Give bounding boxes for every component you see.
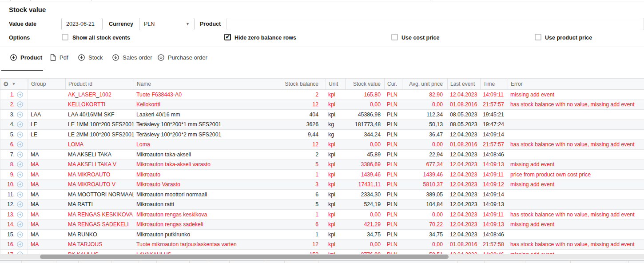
open-row-arrow-icon[interactable] xyxy=(17,191,23,198)
col-rate[interactable]: Rate xyxy=(209,261,229,263)
cell-row-number[interactable]: 13. xyxy=(0,210,28,219)
col-cur[interactable]: Cur. xyxy=(189,261,209,263)
cell-row-number[interactable]: 15. xyxy=(0,230,28,239)
checkbox-use-cost-price[interactable] xyxy=(391,34,398,40)
value-date-input[interactable] xyxy=(61,18,103,30)
table-row[interactable]: 13.MAMA RENGAS KESKIKOVAMikroauton renga… xyxy=(0,210,644,220)
col-used[interactable]: Used xyxy=(111,261,139,263)
table-row[interactable]: 9.MAMA MIKROAUTOMikroauto1kpl1439,46PLN1… xyxy=(0,170,644,180)
open-row-arrow-icon[interactable] xyxy=(17,211,23,218)
cell-error: has stock balance with no value, missing… xyxy=(508,100,644,110)
col-group[interactable]: Group xyxy=(28,79,65,89)
cell-row-number[interactable]: 12. xyxy=(0,200,28,210)
cell-row-number[interactable]: 11. xyxy=(0,190,28,199)
col-event-amount[interactable]: Event amount xyxy=(484,261,525,263)
chevron-down-icon: ▼ xyxy=(186,22,190,26)
col-error[interactable]: Error xyxy=(508,79,644,89)
table-row[interactable]: 4.LELE 1MM 100*200 SFS2001Teräslevy 100*… xyxy=(0,120,644,130)
tab-stock[interactable]: Stock xyxy=(78,54,103,61)
table-row[interactable]: 15.MAMA RUNKOMikroauton putkirunko1kpl34… xyxy=(0,230,644,240)
cell-row-number[interactable]: 7. xyxy=(0,150,28,159)
col-remaining[interactable]: Remaining xyxy=(78,261,111,263)
tab-product[interactable]: Product xyxy=(10,54,42,61)
cell-name: LAVAKAULUS xyxy=(134,250,284,254)
table-row[interactable]: 6.LOMALoma12kpl0,00PLN0,0001.08.201621:5… xyxy=(0,140,644,150)
table-row[interactable]: 11.MAMA MOOTTORI NORMAALIMikroauton moot… xyxy=(0,190,644,200)
col-time[interactable]: Time xyxy=(480,79,508,89)
col-product-id[interactable]: Product id xyxy=(65,79,134,89)
table-row[interactable]: 3.LAALAA 40/16MM SKFLaakeri 40/16 mm404k… xyxy=(0,110,644,120)
open-row-arrow-icon[interactable] xyxy=(17,92,23,98)
table-row[interactable]: 2.KELLOKORTTIKellokortti12kpl0,00PLN0,00… xyxy=(0,100,644,110)
column-settings[interactable]: ⚙▼ xyxy=(0,261,21,263)
checkbox-hide-zero-balance-rows[interactable]: ✔ xyxy=(224,34,231,40)
column-settings[interactable]: ⚙▼ xyxy=(0,79,28,89)
open-row-arrow-icon[interactable] xyxy=(17,101,23,108)
col-name[interactable]: Name xyxy=(134,79,284,89)
col-price-from[interactable]: Price from xyxy=(318,261,457,263)
table-row[interactable]: 16.MAMA TARJOUSTuote mikroauton tarjousl… xyxy=(0,240,644,250)
col-unit[interactable]: Unit xyxy=(326,79,345,89)
cell-row-number[interactable]: 4. xyxy=(0,120,28,130)
cell-product-id: MA AKSELI TAKA xyxy=(65,150,134,159)
open-row-arrow-icon[interactable] xyxy=(17,161,23,167)
col-id[interactable]: Id xyxy=(570,261,628,263)
cell-row-number[interactable]: 2. xyxy=(0,100,28,110)
cell-row-number[interactable]: 17. xyxy=(0,250,28,254)
table-row[interactable]: 7.MAMA AKSELI TAKAMikroauton taka-akseli… xyxy=(0,150,644,160)
open-row-arrow-icon[interactable] xyxy=(17,221,23,227)
currency-select[interactable]: PLN ▼ xyxy=(139,18,195,30)
tab-sales-order[interactable]: Sales order xyxy=(112,54,152,61)
col-stock-value[interactable]: Stock value xyxy=(345,79,384,89)
cell-row-number[interactable]: 9. xyxy=(0,170,28,179)
cell-row-number[interactable]: 1. xyxy=(0,90,28,100)
open-row-arrow-icon[interactable] xyxy=(17,151,23,158)
open-row-arrow-icon[interactable] xyxy=(17,112,23,118)
tab-pdf[interactable]: Pdf xyxy=(50,54,68,61)
table-row[interactable]: 8.MAMA AKSELI TAKA VMikroauton taka-akse… xyxy=(0,160,644,170)
open-row-arrow-icon[interactable] xyxy=(17,181,23,187)
col-avg-unit-price[interactable]: Avg. unit price xyxy=(402,79,447,89)
table-row[interactable]: 1.AK_LASER_1002Tuote F638443-A02kpl165,8… xyxy=(0,90,644,100)
cell-last-event-time: 19:45:21 xyxy=(480,110,508,120)
open-row-arrow-icon[interactable] xyxy=(17,231,23,238)
col-cur-2[interactable]: Cur. xyxy=(264,261,284,263)
col-event-date[interactable]: Event date xyxy=(21,261,56,263)
cell-row-number[interactable]: 14. xyxy=(0,220,28,230)
table-row[interactable]: 10.MAMA MIKROAUTO VMikroauto Varasto3kpl… xyxy=(0,180,644,190)
open-row-arrow-icon[interactable] xyxy=(17,171,23,178)
open-row-arrow-icon[interactable] xyxy=(17,241,23,247)
cell-row-number[interactable]: 16. xyxy=(0,240,28,250)
table-row[interactable]: 12.MAMA RATTIMikroauton ratti5kpl524,19P… xyxy=(0,200,644,210)
col-type[interactable]: Type xyxy=(56,261,78,263)
cell-last-event-time: 21:57:57 xyxy=(480,100,508,110)
table-row[interactable]: 14.MAMA RENGAS SADEKELIMikroauton rengas… xyxy=(0,220,644,230)
col-cur-unit-pice[interactable]: Cur. unit pice xyxy=(284,261,318,263)
checkbox-use-product-price[interactable] xyxy=(535,34,541,40)
tab-purchase-order[interactable]: Purchase order xyxy=(158,54,207,61)
col-balance-after-event[interactable]: Balance after event xyxy=(525,261,570,263)
cell-last-event-time: 14:09:11 xyxy=(480,90,508,100)
table-row[interactable]: 17.PK KAULUSLAVAKAULUS150kpl8776,98PLN58… xyxy=(0,250,644,254)
cell-row-number[interactable]: 8. xyxy=(0,160,28,170)
cell-row-number[interactable]: 10. xyxy=(0,180,28,190)
open-row-arrow-icon[interactable] xyxy=(17,121,23,128)
horizontal-scrollbar[interactable] xyxy=(0,254,644,259)
checkbox-show-all-stock-events[interactable] xyxy=(62,34,68,40)
col-unit-price[interactable]: Unit price xyxy=(156,261,189,263)
scrollbar-thumb[interactable] xyxy=(40,255,449,259)
col-last-event[interactable]: Last event xyxy=(447,79,480,89)
col-cur[interactable]: Cur. xyxy=(384,79,402,89)
col-value[interactable]: Value xyxy=(229,261,264,263)
col-stock-balance[interactable]: Stock balance xyxy=(284,79,326,89)
open-row-arrow-icon[interactable] xyxy=(17,132,23,138)
open-row-arrow-icon[interactable] xyxy=(17,141,23,147)
col-unit[interactable]: Unit xyxy=(139,261,156,263)
table-row[interactable]: 5.LELE 2MM 100*200 SFS2001Teräslevy 100*… xyxy=(0,130,644,140)
cell-row-number[interactable]: 3. xyxy=(0,110,28,120)
product-input[interactable] xyxy=(227,18,644,30)
open-row-arrow-icon[interactable] xyxy=(17,201,23,207)
col-time[interactable]: Time xyxy=(457,261,484,263)
cell-row-number[interactable]: 5. xyxy=(0,130,28,139)
cell-row-number[interactable]: 6. xyxy=(0,140,28,150)
